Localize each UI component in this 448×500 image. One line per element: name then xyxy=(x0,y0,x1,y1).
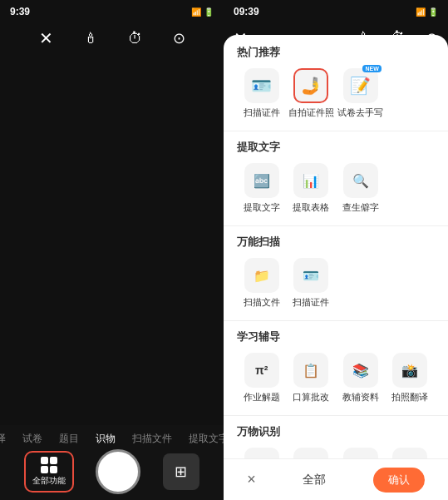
rare-char-icon: 🔍 xyxy=(352,173,369,189)
scan-cert-icon-box: 🪪 xyxy=(293,258,328,293)
reference-label: 教辅资料 xyxy=(342,391,379,403)
item-rare-char[interactable]: 🔍 查生僻字 xyxy=(336,163,386,214)
tab-exam[interactable]: 试卷 xyxy=(22,432,42,446)
scan-file-icon-box: 📁 xyxy=(244,258,279,293)
item-scan-cert[interactable]: 🪪 扫描证件 xyxy=(287,258,337,309)
left-torch-icon[interactable]: 🕯 xyxy=(83,30,98,47)
section-identify-title: 万物识别 xyxy=(237,424,435,439)
homework-icon-box: π² xyxy=(244,353,279,388)
section-extract: 提取文字 🔤 提取文字 📊 提取表格 🔍 xyxy=(237,140,435,214)
selfie-id-icon: 🤳 xyxy=(301,76,322,96)
album-icon: ⊞ xyxy=(175,463,187,481)
panel-all-button[interactable]: 全部 xyxy=(303,473,326,488)
tab-identify[interactable]: 识物 xyxy=(96,432,116,446)
left-timer-icon[interactable]: ⏱ xyxy=(128,30,143,47)
bottom-tabs: 翻译 试卷 题目 识物 扫描文件 提取文字… xyxy=(0,425,224,448)
scan-file-icon: 📁 xyxy=(254,268,270,284)
left-status-icons: 📶 🔋 xyxy=(191,7,214,17)
math-check-icon: 📋 xyxy=(303,363,319,379)
selfie-id-label: 自拍证件照 xyxy=(288,106,334,119)
similar-product-icon-box: 🛍 xyxy=(244,448,279,458)
extract-table-icon-box: 📊 xyxy=(293,163,328,198)
left-time: 9:39 xyxy=(10,6,30,17)
rare-char-label: 查生僻字 xyxy=(342,201,379,214)
scan-cert-icon: 🪪 xyxy=(303,268,319,284)
extract-text-icon-box: 🔤 xyxy=(244,163,279,198)
tab-question[interactable]: 题目 xyxy=(59,432,79,446)
section-study: 学习辅导 π² 作业解题 📋 口算批改 📚 xyxy=(237,329,435,403)
section-hot: 热门推荐 🪪 扫描证件 🤳 自拍证件照 📝 xyxy=(237,45,435,119)
section-identify-items: 🛍 搜同款商品 🗑 垃圾分类 🔑 查卡路里 xyxy=(237,448,435,458)
divider-4 xyxy=(224,415,448,416)
grid-icon xyxy=(41,457,57,473)
exam-handwrite-label: 试卷去手写 xyxy=(337,106,383,119)
extract-table-icon: 📊 xyxy=(303,173,319,189)
divider-3 xyxy=(224,320,448,321)
section-study-items: π² 作业解题 📋 口算批改 📚 教辅资料 xyxy=(237,353,435,403)
panel-bottom-bar: × 全部 确认 xyxy=(224,458,448,500)
scan-cert-label: 扫描证件 xyxy=(293,296,329,309)
left-close-icon[interactable]: ✕ xyxy=(39,28,53,48)
dropdown-panel: 热门推荐 🪪 扫描证件 🤳 自拍证件照 📝 xyxy=(224,35,448,458)
tab-translate[interactable]: 翻译 xyxy=(0,432,6,446)
rare-char-icon-box: 🔍 xyxy=(343,163,378,198)
item-similar-product[interactable]: 🛍 搜同款商品 xyxy=(237,448,287,458)
panel-confirm-button[interactable]: 确认 xyxy=(373,468,425,493)
divider-2 xyxy=(224,225,448,226)
item-extract-table[interactable]: 📊 提取表格 xyxy=(287,163,337,214)
item-exam-handwrite[interactable]: 📝 NEW 试卷去手写 xyxy=(336,68,386,119)
album-button[interactable]: ⊞ xyxy=(163,453,199,490)
section-hot-items: 🪪 扫描证件 🤳 自拍证件照 📝 NEW 试卷去手写 xyxy=(237,68,435,119)
scan-file-label: 扫描文件 xyxy=(244,296,280,309)
exam-handwrite-icon: 📝 xyxy=(350,76,371,96)
section-scan: 万能扫描 📁 扫描文件 🪪 扫描证件 xyxy=(237,235,435,309)
exam-handwrite-icon-box: 📝 NEW xyxy=(343,68,378,103)
scan-id-label: 扫描证件 xyxy=(244,106,280,119)
divider-1 xyxy=(224,131,448,131)
section-hot-title: 热门推荐 xyxy=(237,45,435,60)
left-toolbar: ✕ 🕯 ⏱ ⊙ xyxy=(0,23,224,53)
item-medicine[interactable]: 💊 查药品 xyxy=(386,448,436,458)
right-status-icons: 📶 🔋 xyxy=(416,7,438,17)
left-camera-mode-icon[interactable]: ⊙ xyxy=(173,29,185,47)
extract-text-label: 提取文字 xyxy=(244,201,280,214)
item-calorie[interactable]: 🔑 查卡路里 xyxy=(336,448,386,458)
selfie-id-icon-box: 🤳 xyxy=(293,68,328,103)
item-photo-translate[interactable]: 📸 拍照翻译 xyxy=(386,353,436,403)
scan-id-icon: 🪪 xyxy=(251,76,272,96)
bottom-nav: 翻译 试卷 题目 识物 扫描文件 提取文字… 全部功能 ⊞ xyxy=(0,425,224,500)
photo-translate-label: 拍照翻译 xyxy=(391,391,428,403)
left-phone: 9:39 📶 🔋 ✕ 🕯 ⏱ ⊙ 翻译 试卷 题目 识物 xyxy=(0,0,224,500)
all-functions-label: 全部功能 xyxy=(32,475,66,487)
extract-text-icon: 🔤 xyxy=(254,173,270,189)
bottom-actions: 全部功能 ⊞ xyxy=(0,448,224,500)
panel-close-button[interactable]: × xyxy=(247,471,256,488)
item-scan-id[interactable]: 🪪 扫描证件 xyxy=(237,68,287,119)
section-extract-items: 🔤 提取文字 📊 提取表格 🔍 查生僻字 xyxy=(237,163,435,214)
calorie-icon-box: 🔑 xyxy=(343,448,378,458)
item-extract-text[interactable]: 🔤 提取文字 xyxy=(237,163,287,214)
right-phone: 09:39 📶 🔋 ✕ 🕯 ⏱ ⊙ 热门推荐 🪪 扫描证件 xyxy=(224,0,448,500)
scan-id-icon-box: 🪪 xyxy=(244,68,279,103)
reference-icon-box: 📚 xyxy=(343,353,378,388)
section-scan-title: 万能扫描 xyxy=(237,235,435,250)
waste-sort-icon-box: 🗑 xyxy=(293,448,328,458)
item-reference[interactable]: 📚 教辅资料 xyxy=(336,353,386,403)
left-status-bar: 9:39 📶 🔋 xyxy=(0,0,224,23)
new-badge: NEW xyxy=(362,65,381,72)
section-study-title: 学习辅导 xyxy=(237,329,435,344)
homework-label: 作业解题 xyxy=(244,391,280,403)
tab-extract-text[interactable]: 提取文字… xyxy=(189,432,224,446)
item-selfie-id[interactable]: 🤳 自拍证件照 xyxy=(287,68,337,119)
item-math-check[interactable]: 📋 口算批改 xyxy=(287,353,337,403)
all-functions-button[interactable]: 全部功能 xyxy=(24,451,74,493)
item-scan-file[interactable]: 📁 扫描文件 xyxy=(237,258,287,309)
item-homework[interactable]: π² 作业解题 xyxy=(237,353,287,403)
right-status-bar: 09:39 📶 🔋 xyxy=(224,0,448,23)
section-identify: 万物识别 🛍 搜同款商品 🗑 垃圾分类 🔑 xyxy=(237,424,435,458)
shutter-button[interactable] xyxy=(96,449,140,494)
section-scan-items: 📁 扫描文件 🪪 扫描证件 xyxy=(237,258,435,309)
photo-translate-icon: 📸 xyxy=(401,363,418,379)
tab-scan-file[interactable]: 扫描文件 xyxy=(132,432,172,446)
item-waste-sort[interactable]: 🗑 垃圾分类 xyxy=(287,448,337,458)
